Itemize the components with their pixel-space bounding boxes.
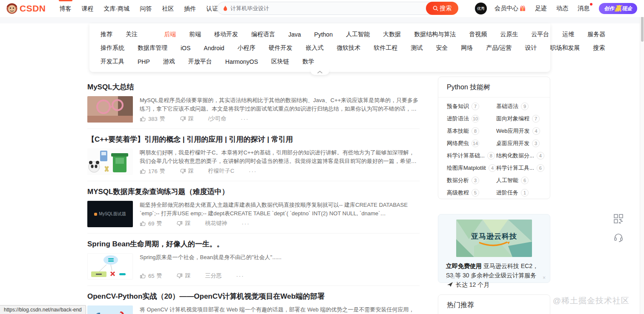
ad-card[interactable]: 亚马逊云科技 立即免费使用 亚马逊云科技 EC2，S3 等 30 多余种企业级云… — [438, 214, 550, 283]
like-button[interactable]: 65赞 — [140, 272, 162, 280]
qr-code-icon[interactable] — [613, 214, 624, 224]
user-link-会员中心[interactable]: 会员中心 — [494, 5, 526, 12]
dislike-button[interactable]: 踩 — [180, 167, 194, 175]
skill-tree-item[interactable]: 进阶语法10 — [447, 114, 496, 123]
user-link-消息[interactable]: 消息 — [578, 5, 589, 12]
article-title[interactable]: 【C++要笑着学】引用的概念 | 引用的应用 | 引用的探讨 | 常引用 — [87, 135, 420, 144]
category-item[interactable]: 音视频 — [469, 31, 487, 38]
skill-tree-item[interactable]: 网络爬虫14 — [447, 139, 496, 148]
dislike-button[interactable]: 踩 — [180, 115, 194, 123]
article-author[interactable]: /少司命 — [208, 115, 227, 123]
category-item[interactable]: 小程序 — [238, 44, 256, 52]
category-item[interactable]: 测试 — [411, 44, 423, 52]
article-thumbnail[interactable] — [87, 253, 133, 280]
page-scrollbar[interactable] — [640, 0, 644, 314]
category-item[interactable]: 运维 — [562, 31, 574, 38]
category-item[interactable]: 人工智能 — [346, 31, 370, 38]
skill-tree-item[interactable]: 面向对象编程7 — [496, 114, 544, 123]
category-item[interactable]: 云平台 — [531, 31, 549, 38]
article-title[interactable]: MySQL大总结 — [87, 83, 420, 92]
category-item[interactable]: 安全 — [436, 44, 448, 52]
user-link-动态[interactable]: 动态 — [556, 5, 568, 12]
like-button[interactable]: 383赞 — [140, 115, 165, 123]
category-item[interactable]: 后端 — [164, 31, 176, 38]
skill-tree-item[interactable]: 绘图库Matplotlib4 — [447, 163, 496, 173]
category-item[interactable]: 大数据 — [383, 31, 401, 38]
search-button[interactable]: 搜索 — [426, 2, 458, 15]
category-item[interactable]: 推荐 — [101, 31, 112, 38]
skill-tree-item[interactable]: 桌面应用开发3 — [496, 139, 544, 148]
csdn-logo[interactable]: CSDN — [6, 3, 46, 14]
header-nav-item[interactable]: 博客 — [55, 0, 77, 17]
skill-tree-item[interactable]: 科学计算工具...6 — [496, 163, 544, 173]
article-author[interactable]: 桃花键神 — [205, 220, 227, 227]
category-item[interactable]: Android — [204, 45, 224, 51]
skill-tree-item[interactable]: 预备知识7 — [447, 102, 496, 111]
close-icon[interactable]: × — [543, 275, 546, 281]
header-nav-item[interactable]: 文库·商城 — [99, 0, 135, 17]
category-item[interactable]: 设计 — [525, 44, 537, 52]
category-item[interactable]: PHP — [138, 58, 150, 65]
skill-tree-item[interactable]: 科学计算基础...8 — [447, 151, 496, 160]
header-nav-item[interactable]: 插件 — [179, 0, 201, 17]
dislike-button[interactable]: 踩 — [176, 272, 190, 280]
skill-tree-item[interactable]: 进阶任务1 — [496, 188, 544, 197]
headset-icon[interactable] — [613, 232, 624, 243]
article-thumbnail[interactable]: MySQL面试题 — [87, 201, 133, 227]
article-thumbnail[interactable] — [87, 305, 133, 314]
article-thumbnail[interactable] — [87, 148, 133, 175]
collapse-categories-button[interactable] — [310, 69, 329, 75]
category-item[interactable]: 微软技术 — [337, 44, 361, 52]
dislike-button[interactable]: 踩 — [176, 220, 190, 227]
skill-tree-item[interactable]: 高级教程5 — [447, 188, 496, 197]
category-item[interactable]: 操作系统 — [101, 44, 124, 52]
category-item[interactable]: 编程语言 — [251, 31, 275, 38]
category-item[interactable]: 区块链 — [271, 58, 289, 66]
header-nav-item[interactable]: 课程 — [77, 0, 99, 17]
article-thumbnail[interactable] — [87, 96, 133, 123]
create-earn-button[interactable]: 创作赢现金 — [599, 3, 637, 14]
category-item[interactable]: 网络 — [461, 44, 473, 52]
category-item[interactable]: 数据结构与算法 — [414, 31, 456, 38]
category-item[interactable]: iOS — [181, 45, 190, 51]
category-item[interactable]: 开放平台 — [188, 58, 212, 66]
skill-tree-item[interactable]: 人工智能6 — [496, 176, 544, 185]
skill-tree-item[interactable]: Web应用开发4 — [496, 126, 544, 136]
skill-tree-item[interactable]: 结构化数据分...4 — [496, 151, 544, 160]
category-item[interactable]: 开发工具 — [101, 58, 124, 66]
category-item[interactable]: 数学 — [302, 58, 314, 66]
more-options-button[interactable]: ··· — [236, 273, 244, 279]
skill-tree-item[interactable]: 数据分析3 — [447, 176, 496, 185]
category-item[interactable]: 服务器 — [587, 31, 605, 38]
category-item[interactable]: 硬件开发 — [269, 44, 293, 52]
category-item[interactable]: 软件工程 — [374, 44, 398, 52]
category-item[interactable]: 关注 — [126, 31, 138, 38]
header-nav-item[interactable]: 问答 — [135, 0, 157, 17]
category-item[interactable]: 搜索 — [593, 44, 605, 52]
article-author[interactable]: 三分恶 — [205, 272, 221, 280]
header-nav-item[interactable]: 社区 — [157, 0, 179, 17]
more-options-button[interactable]: ··· — [241, 116, 249, 122]
category-item[interactable]: 云原生 — [500, 31, 518, 38]
article-title[interactable]: MYSQL数据库复杂查询练习题（难度适中） — [87, 187, 420, 197]
search-input[interactable] — [230, 5, 458, 11]
category-item[interactable]: 职场和发展 — [550, 44, 580, 52]
category-item[interactable]: 移动开发 — [214, 31, 238, 38]
category-item[interactable]: Python — [314, 31, 333, 38]
avatar[interactable]: 优秀 — [475, 3, 487, 14]
category-item[interactable]: 嵌入式 — [306, 44, 324, 52]
like-button[interactable]: 69赞 — [140, 220, 162, 227]
category-item[interactable]: HarmonyOS — [225, 58, 258, 65]
article-title[interactable]: OpenCV-Python实战（20）——OpenCV计算机视觉项目在Web端的… — [87, 292, 420, 301]
category-item[interactable]: 产品/运营 — [486, 44, 512, 52]
category-item[interactable]: 游戏 — [163, 58, 175, 66]
skill-tree-item[interactable]: 基础语法9 — [496, 102, 544, 111]
skill-tree-item[interactable]: 基本技能8 — [447, 126, 496, 136]
more-options-button[interactable]: ··· — [242, 220, 250, 227]
category-item[interactable]: 数据库管理 — [138, 44, 167, 52]
more-options-button[interactable]: ··· — [249, 168, 257, 174]
article-title[interactable]: Spring Bean生命周期，好像人的一生。。 — [87, 240, 420, 249]
like-button[interactable]: 176赞 — [140, 167, 165, 175]
category-item[interactable]: Java — [288, 31, 301, 38]
article-author[interactable]: 柠檬叶子C — [208, 167, 234, 175]
